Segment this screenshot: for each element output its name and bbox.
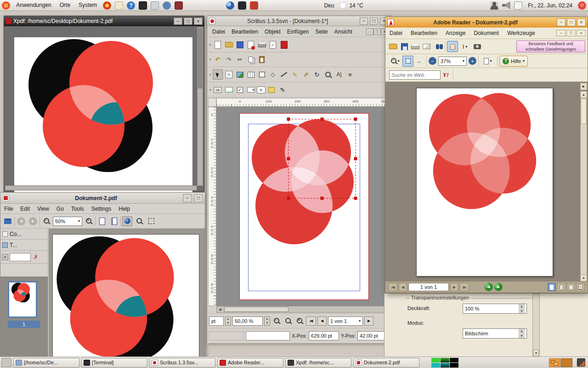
page-display-button[interactable] bbox=[481, 56, 495, 67]
workspace-2[interactable] bbox=[561, 358, 572, 367]
launcher-browser-icon[interactable] bbox=[226, 1, 234, 10]
go-forward-icon[interactable] bbox=[28, 216, 38, 226]
yahoo-logo[interactable]: Y! bbox=[443, 71, 449, 79]
scribus-menu-datei[interactable]: Datei bbox=[209, 28, 228, 36]
adobe-child-restore-button[interactable] bbox=[566, 30, 576, 36]
launcher-swirl-icon[interactable] bbox=[103, 1, 111, 10]
unit-combo[interactable]: pt bbox=[209, 316, 224, 326]
palette-vertical-scrollbar[interactable] bbox=[532, 293, 540, 357]
toolbar-handle-icon[interactable] bbox=[208, 85, 212, 95]
panel-menu-applications[interactable]: Anwendungen bbox=[12, 0, 56, 11]
adobe-child-minimize-button[interactable] bbox=[556, 30, 565, 36]
toolbar-handle-icon[interactable] bbox=[208, 40, 212, 50]
adobe-titlebar[interactable]: Adobe Reader - Dokument-2.pdf bbox=[385, 17, 588, 28]
kpdf-zoom-combo[interactable]: 50% bbox=[53, 217, 82, 226]
launcher-toolbox-icon[interactable] bbox=[175, 1, 183, 10]
zoom-in-icon[interactable]: + bbox=[295, 316, 304, 326]
blend-mode-spinner[interactable] bbox=[519, 329, 525, 338]
panel-menu-system[interactable]: System bbox=[74, 0, 101, 11]
zoom-out-button[interactable]: − bbox=[429, 57, 436, 65]
kpdf-menu-edit[interactable]: Edit bbox=[17, 205, 34, 213]
color-palette-applet[interactable] bbox=[431, 358, 458, 368]
scribus-canvas[interactable] bbox=[216, 107, 390, 306]
adobe-minimize-button[interactable] bbox=[557, 18, 565, 26]
previous-page-button[interactable] bbox=[317, 316, 327, 326]
next-page-button[interactable] bbox=[364, 316, 373, 326]
redo-icon[interactable] bbox=[224, 55, 234, 65]
select-item-tool-icon[interactable] bbox=[213, 69, 223, 80]
pdf-text-field-icon[interactable] bbox=[224, 85, 234, 95]
story-editor-icon[interactable] bbox=[345, 69, 355, 80]
insert-table-icon[interactable] bbox=[246, 69, 256, 80]
chevron-down-icon[interactable] bbox=[78, 219, 80, 223]
chevron-down-icon[interactable] bbox=[463, 59, 464, 63]
zoom-spinbox[interactable]: 50,00 % bbox=[232, 316, 263, 326]
kpdf-menu-view[interactable]: View bbox=[34, 205, 53, 213]
panel-clock[interactable]: Fr., 22. Jun, 02:24 bbox=[524, 2, 576, 9]
zoom-in-button[interactable]: + bbox=[469, 57, 476, 65]
user-switcher-icon[interactable] bbox=[490, 1, 498, 10]
color-swatch[interactable] bbox=[450, 363, 458, 368]
facing-mode-button[interactable] bbox=[567, 283, 575, 291]
scribus-menu-ansicht[interactable]: Ansicht bbox=[331, 28, 355, 36]
edit-contents-icon[interactable]: A| bbox=[334, 69, 344, 80]
feedback-button[interactable]: Besseres Feedback und schnellere Genehmi… bbox=[516, 40, 585, 52]
opacity-spinner[interactable] bbox=[519, 304, 525, 313]
launcher-help-icon[interactable]: ? bbox=[127, 1, 135, 10]
taskbar-item-filemanager[interactable]: [/home/sc/De... bbox=[13, 358, 79, 368]
open-file-icon[interactable] bbox=[3, 216, 13, 226]
browse-tool-icon[interactable] bbox=[122, 216, 132, 226]
next-view-button[interactable] bbox=[494, 283, 503, 291]
fit-width-button[interactable]: ↔ bbox=[413, 56, 424, 67]
print-icon[interactable] bbox=[257, 40, 267, 50]
insert-text-frame-icon[interactable]: A bbox=[224, 69, 234, 80]
help-button[interactable]: Hilfe bbox=[499, 56, 528, 67]
adobe-menu-werkzeuge[interactable]: Werkzeuge bbox=[503, 29, 539, 38]
thumbnail-page-number[interactable]: 1 bbox=[8, 321, 40, 328]
dynamic-zoom-button[interactable] bbox=[402, 56, 413, 67]
launcher-bird-icon[interactable] bbox=[238, 1, 246, 10]
copy-icon[interactable] bbox=[246, 55, 256, 65]
workspace-switcher[interactable] bbox=[549, 358, 572, 367]
xpos-field[interactable]: 629.00 pt bbox=[309, 331, 339, 340]
kpdf-menu-go[interactable]: Go bbox=[53, 205, 68, 213]
previous-view-button[interactable] bbox=[485, 283, 493, 291]
page-thumbnail[interactable] bbox=[8, 281, 37, 318]
adobe-menu-bearbeiten[interactable]: Bearbeiten bbox=[407, 29, 441, 38]
scribus-horizontal-scrollbar[interactable] bbox=[216, 306, 390, 313]
zoom-in-icon[interactable]: + bbox=[84, 216, 94, 226]
toolbar-handle-icon[interactable] bbox=[208, 69, 212, 80]
scroll-down-icon[interactable] bbox=[581, 275, 587, 281]
pdf-checkbox-icon[interactable] bbox=[235, 85, 245, 95]
zoom-tool-icon[interactable] bbox=[323, 69, 333, 80]
distro-menu-icon[interactable] bbox=[2, 1, 10, 10]
thumbnail-filter-input[interactable] bbox=[10, 253, 31, 261]
chevron-down-icon[interactable] bbox=[359, 319, 361, 323]
chevron-down-icon[interactable] bbox=[523, 59, 525, 63]
fit-width-icon[interactable] bbox=[97, 216, 107, 226]
open-document-icon[interactable] bbox=[224, 40, 234, 50]
sidebar-tab-contents[interactable]: Co... bbox=[0, 229, 48, 240]
xpdf-maximize-button[interactable] bbox=[184, 17, 192, 25]
insert-bezier-icon[interactable] bbox=[290, 69, 300, 80]
adobe-close-button[interactable] bbox=[577, 18, 586, 26]
previous-page-button[interactable] bbox=[399, 283, 407, 291]
adobe-menu-datei[interactable]: Datei bbox=[385, 29, 407, 38]
page-nav-field[interactable]: 1 von 1 bbox=[408, 283, 449, 291]
rotate-item-icon[interactable] bbox=[312, 69, 322, 80]
adobe-vertical-scrollbar[interactable] bbox=[580, 91, 587, 282]
kpdf-titlebar[interactable]: Dokument-2.pdf bbox=[0, 193, 205, 204]
xpdf-titlebar[interactable]: Xpdf: /home/sc/Desktop/Dokument-2.pdf bbox=[4, 16, 204, 26]
scroll-left-icon[interactable] bbox=[217, 306, 223, 312]
unit-spinner[interactable] bbox=[225, 316, 231, 326]
adobe-maximize-button[interactable] bbox=[567, 18, 576, 26]
hand-tool-button[interactable] bbox=[447, 41, 458, 52]
sidebar-tab-thumbnails[interactable]: T... bbox=[0, 240, 48, 251]
blend-mode-combo[interactable]: Bildschirm bbox=[463, 328, 527, 339]
xpdf-vertical-scrollbar[interactable] bbox=[197, 27, 203, 186]
launcher-mail-icon[interactable] bbox=[115, 1, 123, 10]
open-file-icon[interactable] bbox=[388, 41, 399, 52]
launcher-users-icon[interactable] bbox=[163, 1, 171, 10]
kpdf-maximize-button[interactable] bbox=[194, 194, 203, 202]
scribus-minimize-button[interactable] bbox=[360, 17, 368, 25]
